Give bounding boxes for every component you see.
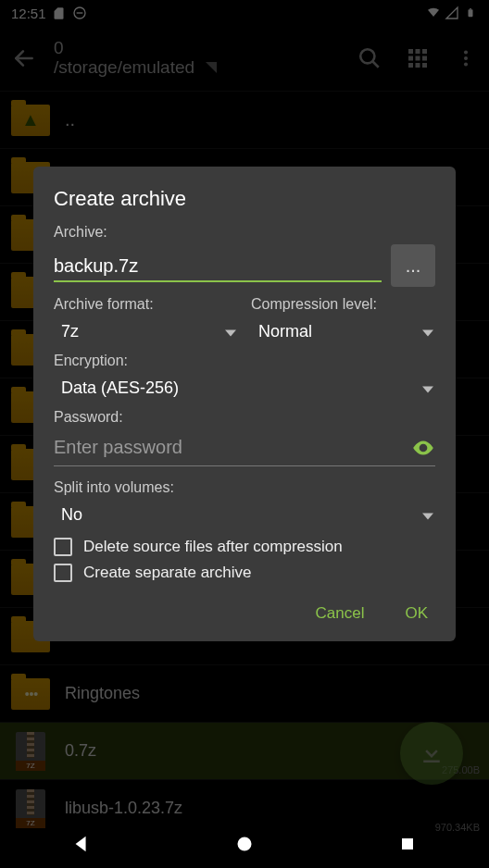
nav-back-icon[interactable] — [69, 832, 94, 856]
checkbox-icon — [54, 538, 72, 556]
format-select[interactable]: 7z — [54, 316, 238, 347]
create-archive-dialog: Create archive Archive: ... Archive form… — [33, 167, 456, 641]
level-label: Compression level: — [251, 296, 435, 313]
encryption-select[interactable]: Data (AES-256) — [54, 373, 435, 403]
split-select[interactable]: No — [54, 500, 435, 530]
svg-point-20 — [238, 837, 252, 851]
level-select[interactable]: Normal — [251, 316, 435, 347]
encryption-value: Data (AES-256) — [61, 378, 179, 398]
svg-rect-21 — [402, 838, 413, 849]
separate-archive-label: Create separate archive — [83, 564, 251, 582]
encryption-label: Encryption: — [54, 353, 435, 369]
browse-button[interactable]: ... — [391, 244, 435, 287]
separate-archive-checkbox[interactable]: Create separate archive — [54, 564, 435, 582]
archive-label: Archive: — [54, 224, 435, 241]
format-label: Archive format: — [54, 296, 238, 313]
split-value: No — [61, 505, 82, 525]
dialog-title: Create archive — [54, 187, 435, 211]
ok-button[interactable]: OK — [397, 599, 435, 628]
delete-source-checkbox[interactable]: Delete source files after compression — [54, 538, 435, 556]
chevron-down-icon — [422, 378, 433, 398]
svg-point-19 — [421, 445, 425, 449]
format-value: 7z — [61, 322, 79, 341]
chevron-down-icon — [225, 322, 236, 341]
split-label: Split into volumes: — [54, 479, 435, 496]
eye-icon[interactable] — [411, 436, 435, 460]
level-value: Normal — [258, 322, 312, 341]
cancel-button[interactable]: Cancel — [308, 599, 372, 628]
password-label: Password: — [54, 409, 435, 426]
checkbox-icon — [54, 564, 72, 582]
chevron-down-icon — [422, 505, 433, 525]
archive-name-input[interactable] — [54, 250, 382, 282]
delete-source-label: Delete source files after compression — [83, 538, 343, 556]
nav-home-icon[interactable] — [232, 832, 257, 856]
nav-recent-icon[interactable] — [395, 832, 420, 856]
password-input[interactable] — [54, 429, 411, 465]
chevron-down-icon — [422, 322, 433, 341]
system-nav-bar — [0, 820, 489, 868]
